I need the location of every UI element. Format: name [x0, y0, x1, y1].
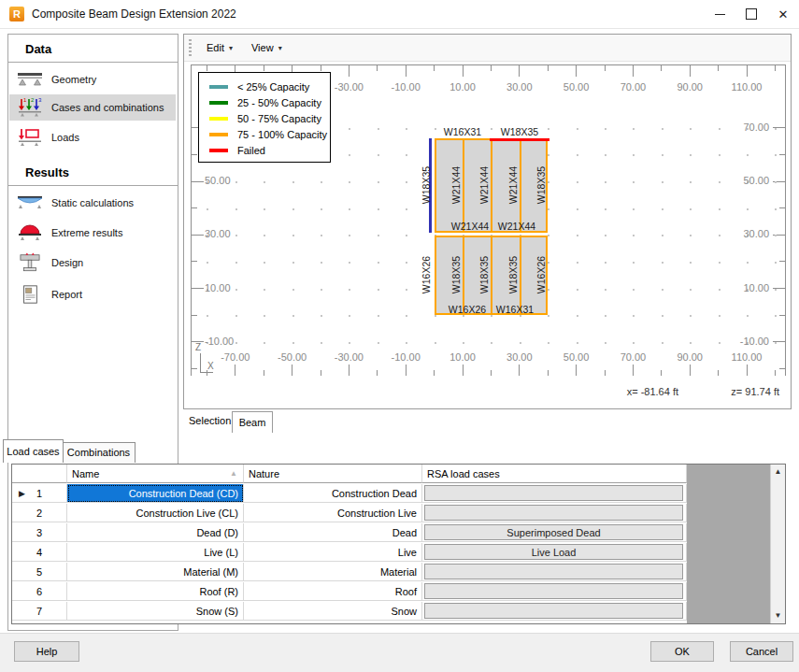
cancel-button[interactable]: Cancel — [730, 641, 793, 662]
sidebar-item-design[interactable]: Design — [9, 250, 176, 276]
nature-cell[interactable]: Snow — [244, 602, 422, 621]
grid-dot — [292, 315, 294, 317]
help-button[interactable]: Help — [14, 641, 79, 662]
secondary-beam[interactable] — [520, 140, 521, 231]
grid-dot — [690, 154, 692, 156]
menu-bar: Edit View — [184, 35, 791, 62]
grid-dot — [491, 342, 492, 344]
minimize-button[interactable] — [704, 0, 735, 28]
menu-edit[interactable]: Edit — [203, 40, 236, 55]
rsa-load-case-button[interactable] — [424, 583, 683, 599]
svg-text:3: 3 — [38, 97, 42, 103]
menu-view[interactable]: View — [248, 40, 286, 55]
row-marker-cell: 2 — [12, 504, 67, 522]
name-cell[interactable]: Roof (R) — [67, 582, 244, 601]
secondary-beam[interactable] — [463, 140, 464, 231]
rsa-load-case-button[interactable]: Superimposed Dead — [424, 524, 683, 540]
secondary-beam[interactable] — [491, 237, 492, 313]
top-ruler-tick — [605, 65, 606, 71]
grid-dot — [775, 262, 777, 264]
row-number: 2 — [36, 508, 42, 519]
grid-dot — [207, 315, 208, 317]
name-cell[interactable]: Construction Live (CL) — [67, 504, 244, 522]
table-row[interactable]: 7Snow (S)Snow — [12, 602, 687, 622]
table-vertical-scrollbar[interactable]: ▲ ▼ — [770, 465, 785, 623]
name-cell[interactable]: Live (L) — [67, 543, 244, 562]
grid-dot — [605, 154, 606, 156]
sidebar-item-cases-and-combinations[interactable]: 1 2 3 Cases and combinations — [9, 94, 176, 121]
grid-dot — [577, 181, 578, 183]
nature-cell[interactable]: Construction Live — [244, 504, 422, 522]
table-row[interactable]: 2Construction Live (CL)Construction Live — [12, 504, 687, 523]
rsa-load-case-button[interactable] — [424, 603, 683, 619]
sidebar-item-extreme-results[interactable]: Extreme results — [9, 220, 176, 246]
canvas-status-bar: x= -81.64 ft z= 91.74 ft — [184, 376, 791, 408]
table-row[interactable]: 3Dead (D)DeadSuperimposed Dead — [12, 523, 687, 543]
grid-dot — [690, 315, 692, 317]
name-cell[interactable]: Material (M) — [67, 563, 244, 581]
grid-dot — [577, 315, 578, 317]
secondary-beam[interactable] — [463, 237, 464, 313]
ok-button[interactable]: OK — [650, 641, 714, 662]
sidebar-item-loads[interactable]: Loads — [9, 124, 176, 150]
maximize-button[interactable] — [735, 0, 767, 28]
grid-dot — [662, 342, 663, 344]
table-row[interactable]: 6Roof (R)Roof — [12, 582, 687, 602]
column-header-rsa[interactable]: RSA load cases — [422, 465, 687, 483]
column-header-nature[interactable]: Nature — [244, 465, 422, 483]
nature-cell[interactable]: Material — [244, 563, 422, 581]
table-row[interactable]: 5Material (M)Material — [12, 563, 687, 582]
right-ruler-tick — [779, 315, 785, 316]
grid-dot — [775, 181, 777, 183]
grid-dot — [548, 208, 549, 210]
name-cell[interactable]: Snow (S) — [67, 602, 244, 621]
grid-dot — [633, 208, 635, 210]
sidebar-item-report[interactable]: Report — [9, 281, 176, 307]
grid-dot — [548, 289, 549, 291]
top-ruler-tick — [321, 65, 321, 71]
nature-cell[interactable]: Construction Dead — [244, 484, 422, 503]
nature-cell[interactable]: Roof — [244, 582, 422, 601]
table-row[interactable]: ▶1Construction Dead (CD)Construction Dea… — [12, 484, 687, 504]
separator — [8, 185, 178, 186]
tab-beam[interactable]: Beam — [232, 411, 273, 433]
tab-combinations[interactable]: Combinations — [62, 442, 136, 463]
row-number: 5 — [36, 566, 42, 578]
drawing-area[interactable]: Z X < 25% Capacity25 - 50% Capacity50 - … — [191, 64, 786, 377]
sidebar-item-geometry[interactable]: Geometry — [9, 66, 176, 93]
rsa-load-case-button[interactable] — [424, 485, 683, 501]
secondary-beam[interactable] — [491, 140, 492, 231]
failed-beam-top-edge[interactable] — [490, 138, 549, 141]
grid-dot — [292, 342, 294, 344]
rsa-load-case-button[interactable]: Live Load — [424, 544, 683, 560]
name-cell[interactable]: Dead (D) — [67, 523, 244, 542]
top-ruler-tick — [264, 65, 264, 71]
name-cell[interactable]: Construction Dead (CD) — [67, 484, 244, 503]
close-button[interactable]: ✕ — [767, 0, 799, 28]
tab-selection[interactable]: Selection — [189, 415, 231, 426]
nature-cell[interactable]: Live — [244, 543, 422, 562]
column-header-name[interactable]: Name ▲ — [67, 465, 244, 483]
table-filler-area — [687, 465, 770, 623]
sidebar-section-data: Data — [25, 42, 51, 56]
secondary-beam[interactable] — [520, 237, 521, 313]
sidebar-item-static-calculations[interactable]: Static calculations — [9, 190, 176, 216]
grid-dot — [378, 315, 379, 317]
toolbar-gripper[interactable] — [189, 39, 192, 56]
table-row[interactable]: 4Live (L)LiveLive Load — [12, 543, 687, 563]
legend-item: 25 - 50% Capacity — [199, 94, 330, 110]
rsa-load-case-button[interactable] — [424, 564, 683, 579]
report-icon — [16, 284, 44, 305]
grid-dot — [662, 208, 663, 210]
legend-color-swatch — [209, 133, 228, 136]
grid-dot — [690, 235, 692, 236]
grid-dot — [690, 289, 692, 291]
bottom-ruler-tick — [406, 365, 407, 376]
scroll-down-icon[interactable]: ▼ — [771, 608, 785, 623]
rsa-load-case-button[interactable] — [424, 505, 683, 521]
rsa-cell: Superimposed Dead — [422, 523, 687, 542]
tab-load-cases[interactable]: Load cases — [3, 439, 64, 463]
nature-cell[interactable]: Dead — [244, 523, 422, 542]
scroll-up-icon[interactable]: ▲ — [771, 465, 785, 479]
grid-dot — [264, 208, 265, 210]
